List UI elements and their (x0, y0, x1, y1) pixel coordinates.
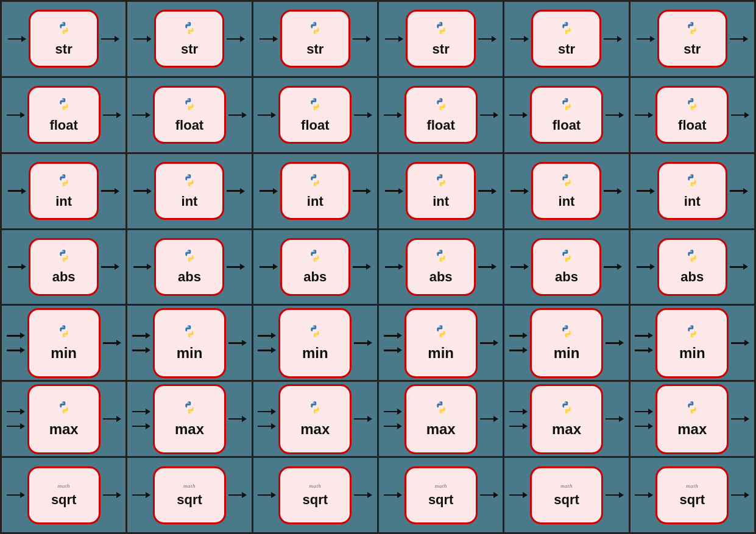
node-box-int[interactable]: int (406, 162, 476, 220)
svg-point-66 (439, 402, 440, 404)
svg-point-22 (691, 99, 692, 100)
node-box-sqrt[interactable]: math sqrt (278, 466, 352, 524)
node-label: abs (52, 269, 76, 285)
node-box-abs[interactable]: abs (657, 238, 727, 296)
svg-point-44 (565, 251, 566, 252)
node-box-float[interactable]: float (530, 86, 603, 144)
node-box-abs[interactable]: abs (280, 238, 350, 296)
arrow (384, 347, 402, 353)
python-icon (685, 173, 699, 190)
node-box-min[interactable]: min (530, 308, 603, 378)
python-icon (182, 173, 197, 190)
node-box-int[interactable]: int (657, 162, 727, 220)
svg-point-29 (316, 184, 317, 186)
arrow (7, 492, 25, 498)
node-box-max[interactable]: max (530, 384, 603, 454)
node-box-min[interactable]: min (27, 308, 101, 378)
node-box-sqrt[interactable]: math sqrt (655, 466, 729, 524)
node-box-float[interactable]: float (27, 86, 101, 144)
node-box-min[interactable]: min (153, 308, 226, 378)
svg-point-69 (567, 412, 568, 413)
node-box-str[interactable]: str (531, 10, 601, 68)
node-wrapper: str (2, 10, 125, 68)
node-box-sqrt[interactable]: math sqrt (27, 466, 101, 524)
svg-point-36 (62, 251, 63, 252)
node-box-max[interactable]: max (153, 384, 226, 454)
arrow (132, 423, 150, 429)
node-label: float (426, 118, 454, 133)
node-box-abs[interactable]: abs (29, 238, 99, 296)
node-box-str[interactable]: str (29, 10, 99, 68)
node-box-str[interactable]: str (406, 10, 476, 68)
node-box-int[interactable]: int (280, 162, 350, 220)
arrow (730, 264, 748, 270)
python-icon (559, 324, 574, 341)
node-box-min[interactable]: min (404, 308, 478, 378)
node-box-float[interactable]: float (153, 86, 226, 144)
node-box-float[interactable]: float (404, 86, 478, 144)
node-box-sqrt[interactable]: math sqrt (153, 466, 226, 524)
node-box-str[interactable]: str (154, 10, 224, 68)
node-box-int[interactable]: int (154, 162, 224, 220)
node-box-sqrt[interactable]: math sqrt (530, 466, 603, 524)
node-box-float[interactable]: float (278, 86, 352, 144)
node-box-str[interactable]: str (657, 10, 727, 68)
math-icon: math (686, 483, 698, 489)
node-label: str (558, 41, 575, 57)
node-box-max[interactable]: max (27, 384, 101, 454)
math-icon: math (183, 483, 196, 489)
cell-abs-0: abs (2, 230, 127, 306)
cell-str-5: str (631, 2, 756, 78)
node-wrapper: abs (379, 238, 503, 296)
svg-point-16 (314, 99, 315, 100)
node-wrapper: abs (127, 238, 251, 296)
node-box-abs[interactable]: abs (154, 238, 224, 296)
python-icon (57, 324, 71, 341)
node-label: max (175, 421, 204, 438)
node-wrapper: max (631, 384, 754, 454)
arrow (635, 332, 653, 339)
node-wrapper: str (379, 10, 503, 68)
svg-point-13 (65, 108, 66, 110)
node-box-abs[interactable]: abs (406, 238, 476, 296)
arrow (509, 492, 528, 498)
svg-point-53 (316, 336, 317, 337)
arrow (228, 416, 247, 422)
arrow (353, 36, 371, 42)
python-icon (308, 248, 322, 265)
node-box-max[interactable]: max (404, 384, 478, 454)
arrow (258, 492, 276, 498)
node-box-max[interactable]: max (655, 384, 729, 454)
svg-point-24 (62, 175, 63, 176)
arrow (101, 264, 119, 270)
node-box-min[interactable]: min (655, 308, 729, 378)
svg-point-2 (188, 23, 189, 24)
node-box-float[interactable]: float (655, 86, 729, 144)
node-box-min[interactable]: min (278, 308, 352, 378)
math-icon: math (435, 483, 447, 489)
node-box-abs[interactable]: abs (531, 238, 601, 296)
svg-point-12 (62, 99, 63, 100)
arrow (103, 416, 121, 422)
arrow (480, 112, 498, 118)
node-box-sqrt[interactable]: math sqrt (404, 466, 478, 524)
arrow (103, 340, 121, 346)
cell-float-1: float (127, 78, 253, 154)
svg-point-42 (439, 251, 440, 252)
arrow (384, 112, 402, 118)
node-wrapper: int (631, 162, 754, 220)
node-box-str[interactable]: str (280, 10, 350, 68)
svg-point-28 (314, 175, 315, 176)
arrow (354, 492, 372, 498)
svg-point-68 (565, 402, 566, 404)
svg-point-46 (691, 251, 692, 252)
node-box-max[interactable]: max (278, 384, 352, 454)
arrow (132, 332, 150, 339)
node-label: str (306, 41, 323, 57)
node-box-int[interactable]: int (531, 162, 601, 220)
node-wrapper: int (253, 162, 377, 220)
node-box-int[interactable]: int (29, 162, 99, 220)
arrow (132, 347, 150, 353)
svg-point-40 (314, 251, 315, 252)
node-label: int (559, 194, 575, 209)
